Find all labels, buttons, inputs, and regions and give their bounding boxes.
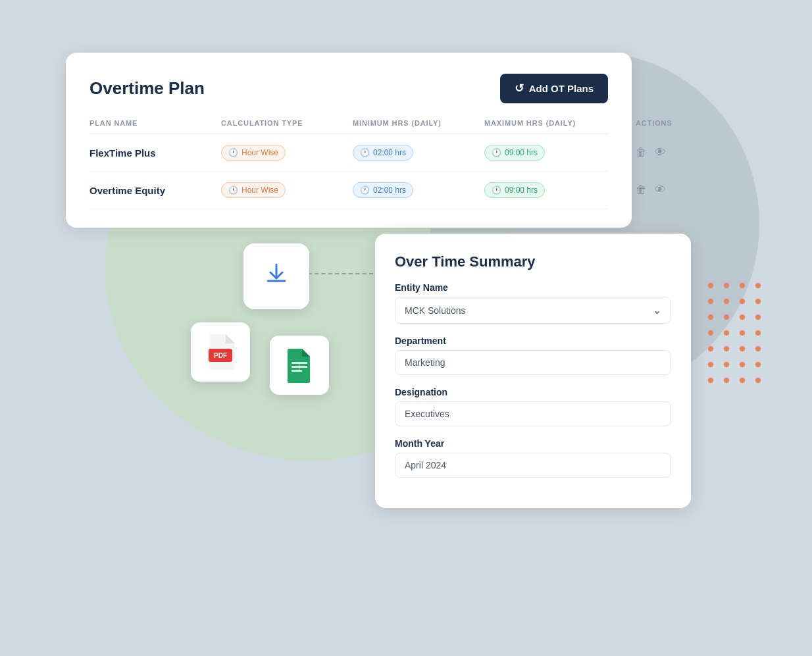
download-card[interactable] (243, 243, 309, 309)
clock-icon-max-1: 🕐 (492, 148, 501, 157)
month-year-label: Month Year (395, 438, 671, 449)
col-max-hrs: MAXIMUM HRS (DAILY) (484, 119, 636, 127)
entity-name-dropdown[interactable]: MCK Solutions ⌄ (395, 297, 671, 324)
department-value: Marketing (405, 357, 445, 368)
table-row: FlexTime Plus 🕐 Hour Wise 🕐 02:00 hrs 🕐 … (89, 134, 608, 172)
overtime-plan-card: Overtime Plan ↺ Add OT Plans PLAN NAME C… (66, 53, 632, 228)
ot-summary-card: Over Time Summary Entity Name MCK Soluti… (375, 234, 691, 508)
max-hrs-badge-2: 🕐 09:00 hrs (484, 182, 545, 198)
pdf-card[interactable]: PDF (191, 322, 250, 382)
download-icon (264, 261, 289, 292)
table-row: Overtime Equity 🕐 Hour Wise 🕐 02:00 hrs … (89, 172, 608, 209)
entity-name-field: Entity Name MCK Solutions ⌄ (395, 282, 671, 324)
department-label: Department (395, 336, 671, 346)
add-ot-icon: ↺ (515, 82, 524, 95)
calc-type-1: 🕐 Hour Wise (221, 145, 353, 161)
card-header: Overtime Plan ↺ Add OT Plans (89, 74, 608, 103)
col-min-hrs: MINIMUM HRS (DAILY) (353, 119, 484, 127)
month-year-input[interactable]: April 2024 (395, 453, 671, 478)
table-header: PLAN NAME CALCULATION TYPE MINIMUM HRS (… (89, 119, 608, 134)
entity-name-label: Entity Name (395, 282, 671, 293)
delete-icon-1[interactable]: 🗑 (636, 146, 647, 159)
clock-icon-min-2: 🕐 (360, 186, 370, 195)
pdf-icon: PDF (206, 334, 235, 370)
col-actions: ACTIONS (636, 119, 701, 127)
calc-type-badge-2: 🕐 Hour Wise (221, 182, 286, 198)
max-hrs-2: 🕐 09:00 hrs (484, 182, 636, 198)
col-calc-type: CALCULATION TYPE (221, 119, 353, 127)
add-ot-label: Add OT Plans (529, 83, 594, 94)
sheets-card[interactable] (270, 336, 329, 395)
dots-decoration (708, 283, 766, 388)
designation-input[interactable]: Executives (395, 401, 671, 426)
col-plan-name: PLAN NAME (89, 119, 221, 127)
designation-field: Designation Executives (395, 387, 671, 426)
min-hrs-badge-1: 🕐 02:00 hrs (353, 145, 413, 161)
chevron-down-icon: ⌄ (653, 304, 661, 316)
department-field: Department Marketing (395, 336, 671, 375)
actions-1: 🗑 👁 (636, 146, 701, 159)
clock-icon-2: 🕐 (228, 186, 238, 195)
clock-icon-1: 🕐 (228, 148, 238, 157)
department-input[interactable]: Marketing (395, 350, 671, 375)
sheets-icon (285, 347, 314, 383)
view-icon-1[interactable]: 👁 (655, 146, 666, 159)
designation-value: Executives (405, 409, 449, 419)
svg-rect-5 (292, 370, 302, 372)
calc-type-2: 🕐 Hour Wise (221, 182, 353, 198)
entity-name-value: MCK Solutions (405, 305, 466, 316)
month-year-field: Month Year April 2024 (395, 438, 671, 478)
month-year-value: April 2024 (405, 460, 446, 470)
calc-type-badge-1: 🕐 Hour Wise (221, 145, 286, 161)
max-hrs-1: 🕐 09:00 hrs (484, 145, 636, 161)
min-hrs-badge-2: 🕐 02:00 hrs (353, 182, 413, 198)
min-hrs-2: 🕐 02:00 hrs (353, 182, 484, 198)
min-hrs-1: 🕐 02:00 hrs (353, 145, 484, 161)
view-icon-2[interactable]: 👁 (655, 184, 666, 197)
max-hrs-badge-1: 🕐 09:00 hrs (484, 145, 545, 161)
plan-name-2: Overtime Equity (89, 185, 221, 196)
actions-2: 🗑 👁 (636, 184, 701, 197)
overtime-plan-title: Overtime Plan (89, 78, 205, 99)
svg-text:PDF: PDF (214, 352, 227, 359)
plan-name-1: FlexTime Plus (89, 147, 221, 159)
clock-icon-min-1: 🕐 (360, 148, 370, 157)
add-ot-button[interactable]: ↺ Add OT Plans (500, 74, 608, 103)
clock-icon-max-2: 🕐 (492, 186, 501, 195)
ot-summary-title: Over Time Summary (395, 253, 671, 270)
delete-icon-2[interactable]: 🗑 (636, 184, 647, 197)
designation-label: Designation (395, 387, 671, 397)
